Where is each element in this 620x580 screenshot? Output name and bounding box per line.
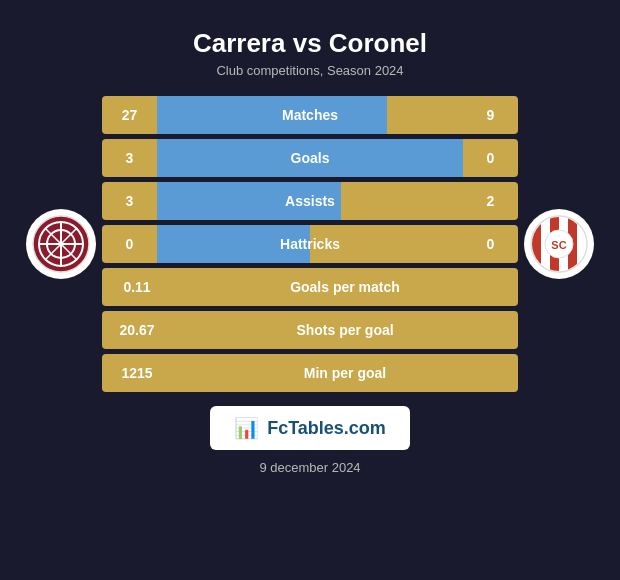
spg-bar: Shots per goal [172, 311, 518, 349]
spg-label: Shots per goal [296, 322, 393, 338]
stat-goals-per-match: 0.11 Goals per match [102, 268, 518, 306]
gpm-value: 0.11 [102, 268, 172, 306]
subtitle: Club competitions, Season 2024 [216, 63, 403, 78]
goals-left-val: 3 [102, 139, 157, 177]
fctables-icon: 📊 [234, 416, 259, 440]
hattricks-left-val: 0 [102, 225, 157, 263]
matches-fill [157, 96, 387, 134]
stat-row-matches: 27 Matches 9 [102, 96, 518, 134]
stat-min-per-goal: 1215 Min per goal [102, 354, 518, 392]
gpm-bar: Goals per match [172, 268, 518, 306]
coronel-logo: SC [524, 209, 594, 279]
lanus-logo [26, 209, 96, 279]
hattricks-right-val: 0 [463, 225, 518, 263]
spg-value: 20.67 [102, 311, 172, 349]
stat-shots-per-goal: 20.67 Shots per goal [102, 311, 518, 349]
assists-right-val: 2 [463, 182, 518, 220]
stat-row-hattricks: 0 Hattricks 0 [102, 225, 518, 263]
hattricks-label: Hattricks [280, 236, 340, 252]
matches-left-val: 27 [102, 96, 157, 134]
stat-row-assists: 3 Assists 2 [102, 182, 518, 220]
mpg-bar: Min per goal [172, 354, 518, 392]
goals-right-val: 0 [463, 139, 518, 177]
matches-label: Matches [282, 107, 338, 123]
stat-row-goals: 3 Goals 0 [102, 139, 518, 177]
svg-text:SC: SC [551, 239, 566, 251]
right-logo-area: SC [518, 209, 600, 279]
fctables-text: FcTables.com [267, 418, 386, 439]
matches-right-val: 9 [463, 96, 518, 134]
left-logo-area [20, 209, 102, 279]
stats-area: 27 Matches 9 3 Goals 0 3 Assis [102, 96, 518, 392]
goals-bar: Goals [157, 139, 463, 177]
assists-bar: Assists [157, 182, 463, 220]
matches-bar: Matches [157, 96, 463, 134]
goals-label: Goals [291, 150, 330, 166]
card: Carrera vs Coronel Club competitions, Se… [10, 10, 610, 570]
mpg-label: Min per goal [304, 365, 386, 381]
date-label: 9 december 2024 [259, 460, 360, 475]
hattricks-bar: Hattricks [157, 225, 463, 263]
assists-label: Assists [285, 193, 335, 209]
page-title: Carrera vs Coronel [193, 28, 427, 59]
fctables-banner: 📊 FcTables.com [210, 406, 410, 450]
assists-left-val: 3 [102, 182, 157, 220]
main-content: 27 Matches 9 3 Goals 0 3 Assis [20, 96, 600, 392]
mpg-value: 1215 [102, 354, 172, 392]
gpm-label: Goals per match [290, 279, 400, 295]
